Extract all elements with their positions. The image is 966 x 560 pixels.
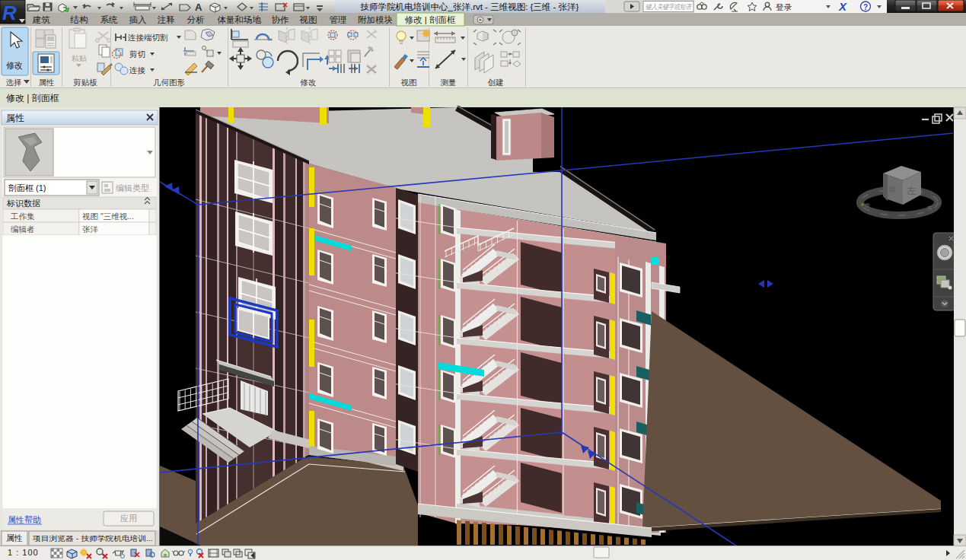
svg-text:几何图形: 几何图形 bbox=[153, 78, 185, 87]
svg-text:南: 南 bbox=[865, 202, 870, 208]
svg-text:R: R bbox=[2, 2, 17, 24]
svg-text:属性: 属性 bbox=[39, 78, 55, 87]
svg-text:技师学院机电培训中心_张洋.rvt - 三维视图: {三维: 技师学院机电培训中心_张洋.rvt - 三维视图: {三维 - 张洋} bbox=[360, 2, 579, 11]
svg-text:分析: 分析 bbox=[187, 15, 206, 24]
svg-text:登录: 登录 bbox=[776, 2, 792, 11]
svg-text:连接: 连接 bbox=[129, 65, 146, 75]
svg-text:连接端切割: 连接端切割 bbox=[128, 33, 168, 42]
svg-text:属性: 属性 bbox=[6, 533, 23, 542]
svg-text:张洋: 张洋 bbox=[82, 224, 99, 234]
svg-text:修改 | 剖面框: 修改 | 剖面框 bbox=[405, 15, 456, 24]
svg-text:视图 "三维视...: 视图 "三维视... bbox=[82, 212, 134, 221]
svg-text:项目浏览器 - 技师学院机电培训...: 项目浏览器 - 技师学院机电培训... bbox=[32, 534, 153, 542]
svg-text:管理: 管理 bbox=[330, 15, 347, 24]
svg-text:属性: 属性 bbox=[6, 113, 24, 123]
svg-text:X: X bbox=[838, 0, 847, 13]
svg-text:应用: 应用 bbox=[120, 514, 137, 523]
svg-text:系统: 系统 bbox=[100, 15, 119, 24]
svg-text:属性帮助: 属性帮助 bbox=[8, 515, 41, 524]
svg-text:测量: 测量 bbox=[441, 78, 457, 87]
svg-text:协作: 协作 bbox=[272, 15, 289, 24]
svg-text:A: A bbox=[195, 2, 202, 13]
svg-text:?: ? bbox=[863, 3, 868, 11]
svg-text:编辑者: 编辑者 bbox=[11, 224, 35, 234]
svg-text:视图: 视图 bbox=[401, 78, 417, 87]
svg-text:剪贴板: 剪贴板 bbox=[73, 78, 97, 87]
svg-text:编辑类型: 编辑类型 bbox=[116, 183, 149, 192]
svg-text:修改: 修改 bbox=[6, 61, 23, 70]
svg-text:选择: 选择 bbox=[6, 78, 22, 87]
svg-text:视图: 视图 bbox=[299, 15, 317, 24]
svg-text:修改 | 剖面框: 修改 | 剖面框 bbox=[6, 93, 59, 103]
svg-text:后: 后 bbox=[888, 186, 895, 193]
svg-text:剖面框 (1): 剖面框 (1) bbox=[8, 183, 46, 192]
svg-text:修改: 修改 bbox=[300, 78, 317, 87]
svg-text:注释: 注释 bbox=[158, 15, 175, 24]
svg-text:结构: 结构 bbox=[70, 15, 88, 24]
svg-text:键入关键字或短语: 键入关键字或短语 bbox=[646, 3, 692, 11]
svg-text:剪切: 剪切 bbox=[129, 49, 145, 59]
svg-text:创建: 创建 bbox=[488, 78, 504, 87]
svg-text:1 : 100: 1 : 100 bbox=[8, 548, 39, 557]
svg-text:东: 东 bbox=[927, 205, 933, 211]
svg-text:体量和场地: 体量和场地 bbox=[217, 15, 261, 24]
svg-text:插入: 插入 bbox=[129, 15, 148, 24]
svg-text:标识数据: 标识数据 bbox=[6, 199, 40, 208]
svg-text:粘贴: 粘贴 bbox=[72, 54, 87, 62]
svg-text:附加模块: 附加模块 bbox=[358, 15, 393, 24]
svg-text:左: 左 bbox=[907, 185, 917, 196]
svg-text:建筑: 建筑 bbox=[33, 15, 51, 24]
svg-text:工作集: 工作集 bbox=[10, 212, 35, 221]
